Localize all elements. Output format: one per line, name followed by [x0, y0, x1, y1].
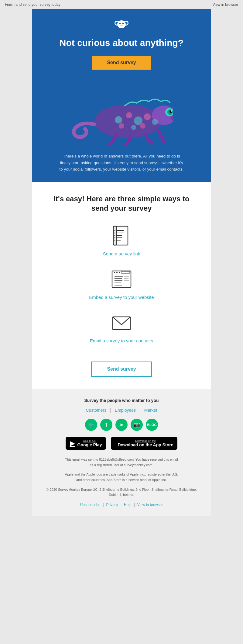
svg-rect-43 — [121, 272, 130, 273]
facebook-icon[interactable]: f — [100, 419, 112, 431]
svg-point-24 — [140, 123, 145, 129]
hero-send-survey-button[interactable]: Send survey — [92, 56, 151, 70]
google-play-icon: ▶ — [70, 439, 75, 447]
footer-legal-2: Apple and the Apple logo are trademarks … — [64, 472, 179, 483]
email-wrapper: Not curious about anything? Send survey — [32, 9, 211, 516]
svg-point-36 — [115, 237, 115, 238]
top-bar: Finish and send your survey today View i… — [0, 0, 243, 9]
email-survey-icon — [111, 312, 132, 333]
svg-point-17 — [115, 116, 122, 123]
svg-point-5 — [119, 23, 121, 24]
svg-point-20 — [144, 113, 151, 120]
hero-description: There's a whole world of answers out the… — [44, 146, 199, 182]
google-play-badge[interactable]: ▶ GET IT ON Google Play — [66, 437, 106, 450]
blog-icon[interactable]: BLOG — [146, 419, 158, 431]
instagram-icon[interactable]: 📷 — [131, 419, 143, 431]
email-survey-label[interactable]: Email a survey to your contacts — [90, 338, 153, 343]
ways-send-survey-button[interactable]: Send survey — [91, 362, 152, 377]
svg-point-33 — [115, 230, 115, 231]
svg-point-8 — [121, 25, 121, 26]
social-icons-row: 🐦 f in 📷 BLOG — [44, 419, 199, 431]
svg-point-34 — [115, 233, 115, 234]
svg-point-40 — [114, 272, 115, 273]
chameleon-image — [44, 79, 199, 146]
footer-bottom-links: Unsubscribe | Privacy | Help | View in b… — [44, 503, 199, 507]
survey-link-label[interactable]: Send a survey link — [103, 251, 140, 256]
footer-tagline: Survey the people who matter to you — [44, 398, 199, 403]
svg-point-4 — [117, 20, 126, 28]
svg-point-21 — [152, 119, 158, 125]
way-email-survey: Email a survey to your contacts — [50, 312, 193, 343]
twitter-icon[interactable]: 🐦 — [85, 419, 97, 431]
view-in-browser-bottom-link[interactable]: View in browser — [135, 503, 165, 507]
footer-section: Survey the people who matter to you Cust… — [32, 389, 211, 516]
ways-title: It's easy! Here are three simple ways to… — [50, 194, 193, 213]
footer-legal-1: This email was sent to 8113ebe5@ulfeed.c… — [64, 457, 179, 468]
svg-point-35 — [115, 235, 115, 236]
embed-survey-label[interactable]: Embed a survey to your website — [89, 295, 154, 300]
footer-market-link[interactable]: Market — [141, 408, 161, 413]
svg-point-22 — [119, 123, 124, 129]
ways-section: It's easy! Here are three simple ways to… — [32, 182, 211, 389]
app-store-badge[interactable]: Download on the Download on the App Stor… — [111, 437, 177, 450]
hero-section: Not curious about anything? Send survey — [32, 9, 211, 182]
unsubscribe-link[interactable]: Unsubscribe — [78, 503, 103, 507]
footer-audience-links: Customers | Employees | Market — [44, 408, 199, 413]
svg-point-10 — [94, 105, 161, 138]
survey-link-icon — [111, 225, 132, 246]
store-badges-row: ▶ GET IT ON Google Play Download on the … — [44, 437, 199, 450]
svg-point-9 — [122, 25, 122, 26]
svg-point-37 — [115, 240, 115, 241]
linkedin-icon[interactable]: in — [115, 419, 128, 431]
footer-copyright: © 2020 SurveyMonkey Europe UC, 2 Shelbou… — [44, 487, 199, 498]
way-survey-link: Send a survey link — [50, 225, 193, 256]
hero-title: Not curious about anything? — [44, 37, 199, 48]
top-bar-left-text: Finish and send your survey today — [5, 2, 60, 7]
help-link[interactable]: Help — [122, 503, 134, 507]
surveymonkey-logo — [44, 18, 199, 31]
google-play-text: GET IT ON Google Play — [77, 439, 102, 447]
way-embed-survey: Embed a survey to your website — [50, 268, 193, 300]
svg-point-18 — [126, 112, 132, 118]
svg-point-41 — [116, 272, 118, 273]
svg-point-23 — [131, 125, 136, 130]
privacy-link[interactable]: Privacy — [104, 503, 121, 507]
svg-point-6 — [122, 23, 124, 24]
footer-customers-link[interactable]: Customers — [82, 408, 110, 413]
svg-point-16 — [171, 110, 172, 112]
app-store-text: Download on the Download on the App Stor… — [118, 439, 173, 447]
footer-employees-link[interactable]: Employees — [111, 408, 139, 413]
embed-survey-icon — [111, 268, 132, 290]
svg-point-42 — [119, 272, 120, 273]
view-in-browser-top-link[interactable]: View in browser — [213, 2, 238, 7]
